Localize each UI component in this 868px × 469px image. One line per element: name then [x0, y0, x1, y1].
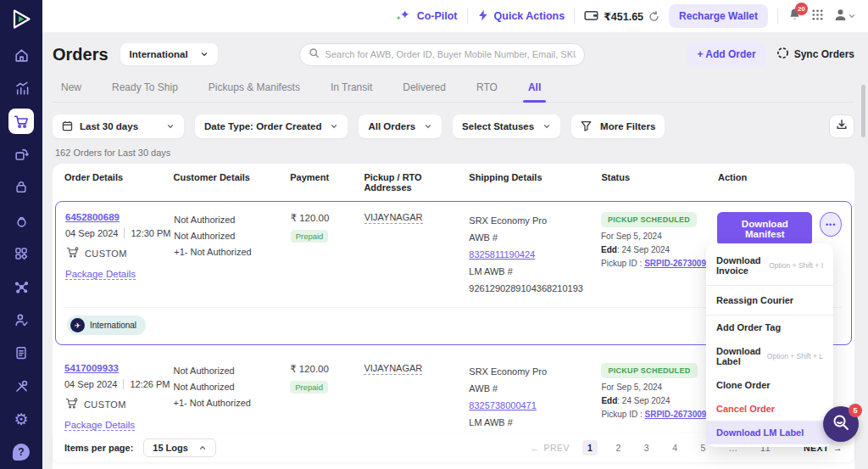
- order-tabs: New Ready To Ship Pickups & Manifests In…: [53, 78, 854, 103]
- divider: [467, 8, 468, 24]
- more-actions-button[interactable]: •••: [820, 212, 842, 237]
- channel-label: CUSTOM: [84, 399, 126, 410]
- cart-icon: [64, 397, 79, 411]
- status-cell: PICKUP SCHEDULED For Sep 5, 2024 Edd: 24…: [601, 212, 717, 297]
- date-type-dropdown[interactable]: Date Type: Order Created: [195, 114, 348, 138]
- package-details-link[interactable]: Package Details: [64, 420, 135, 431]
- add-order-button[interactable]: + Add Order: [687, 42, 765, 66]
- apps-launcher-button[interactable]: [811, 8, 824, 25]
- sidebar-item-customers[interactable]: [8, 307, 34, 332]
- search-input[interactable]: [326, 49, 576, 59]
- package-details-link[interactable]: Package Details: [65, 269, 136, 280]
- funnel-icon: [581, 120, 592, 133]
- scrollbar-thumb[interactable]: [861, 85, 865, 137]
- sync-icon: [776, 47, 789, 62]
- col-pickup-rto: Pickup / RTO Addresses: [364, 172, 469, 193]
- more-filters-button[interactable]: More Filters: [571, 114, 665, 138]
- sidebar-item-reports[interactable]: [8, 340, 34, 366]
- awb-link[interactable]: 8325811190424: [469, 249, 535, 260]
- menu-item-add-order-tag[interactable]: Add Order Tag: [706, 315, 833, 339]
- sidebar-nav: ⚙ ?: [8, 42, 34, 465]
- menu-item-shortcut: Option + Shift + I: [769, 261, 823, 270]
- status-for-date: For Sep 5, 2024: [601, 232, 717, 241]
- date-range-dropdown[interactable]: Last 30 days: [53, 114, 184, 138]
- status-filter-dropdown[interactable]: Select Statuses: [453, 114, 560, 138]
- sidebar-item-apps[interactable]: [8, 241, 34, 266]
- sidebar-item-weight[interactable]: [8, 208, 34, 233]
- lm-awb-label: LM AWB #: [469, 414, 601, 431]
- sidebar-item-tools[interactable]: [8, 373, 34, 399]
- payment-mode-badge: Prepaid: [291, 230, 329, 243]
- account-menu-button[interactable]: [833, 8, 856, 25]
- refresh-icon[interactable]: [648, 11, 659, 22]
- pickup-id-link[interactable]: SRPID-26730096: [645, 410, 711, 419]
- menu-item-download-label[interactable]: Download Label Option + Shift + L: [706, 339, 833, 373]
- chevron-down-icon: [542, 122, 551, 131]
- menu-item-cancel-order[interactable]: Cancel Order: [706, 397, 833, 421]
- pickup-id-label: Pickup ID :: [601, 259, 642, 268]
- order-type-dropdown[interactable]: All Orders: [359, 114, 442, 138]
- tab-new[interactable]: New: [59, 78, 83, 102]
- sparkles-icon: ✦ ✦: [398, 9, 412, 23]
- tab-in-transit[interactable]: In Transit: [329, 78, 374, 102]
- edd-label: Edd: [601, 396, 617, 405]
- cart-icon: [65, 246, 80, 260]
- tab-delivered[interactable]: Delivered: [401, 78, 448, 102]
- tab-rto[interactable]: RTO: [475, 78, 499, 102]
- support-chat-button[interactable]: 5: [823, 406, 859, 442]
- col-shipping-details: Shipping Details: [469, 172, 601, 193]
- sidebar: ⚙ ?: [0, 0, 42, 469]
- download-icon: [836, 119, 848, 134]
- tab-ready-to-ship[interactable]: Ready To Ship: [110, 78, 180, 102]
- status-badge: PICKUP SCHEDULED: [601, 363, 697, 378]
- menu-item-clone-order[interactable]: Clone Order: [706, 373, 833, 397]
- sidebar-item-home[interactable]: [8, 42, 34, 68]
- status-filter-value: Select Statuses: [462, 121, 534, 131]
- order-scope-value: International: [130, 49, 188, 59]
- copilot-button[interactable]: ✦ ✦ Co-Pilot: [398, 9, 458, 23]
- menu-item-reassign-courier[interactable]: Reassign Courier: [706, 286, 833, 315]
- recharge-wallet-button[interactable]: Recharge Wallet: [669, 4, 768, 28]
- page-header: Orders International + Add Order Sync Or…: [53, 42, 854, 66]
- chevron-down-icon: [200, 50, 209, 59]
- pickup-address-link[interactable]: VIJAYNAGAR: [364, 212, 423, 224]
- app-logo[interactable]: [8, 2, 34, 36]
- page-title: Orders: [53, 45, 108, 64]
- customer-phone: +1- Not Authorized: [174, 395, 291, 411]
- download-manifest-button[interactable]: Download Manifest: [717, 212, 812, 246]
- sidebar-item-orders[interactable]: [8, 109, 34, 134]
- sync-orders-button[interactable]: Sync Orders: [776, 47, 854, 62]
- customer-name: Not Authorized: [174, 363, 291, 379]
- export-download-button[interactable]: [829, 114, 854, 138]
- divider: [574, 8, 575, 24]
- tab-pickups-manifests[interactable]: Pickups & Manifests: [207, 78, 302, 102]
- order-id-link[interactable]: 5417009933: [64, 363, 119, 373]
- sidebar-item-help[interactable]: ?: [8, 439, 34, 465]
- divider: [124, 228, 125, 238]
- order-id-link[interactable]: 6452800689: [65, 212, 120, 222]
- page-number[interactable]: 4: [667, 440, 682, 455]
- order-scope-dropdown[interactable]: International: [120, 43, 218, 65]
- tab-all[interactable]: All: [526, 78, 542, 102]
- prev-page-button[interactable]: ← PREV: [531, 443, 570, 453]
- menu-item-download-lm-label[interactable]: Download LM Label: [706, 421, 833, 444]
- menu-item-download-invoice[interactable]: Download Invoice Option + Shift + I: [706, 246, 833, 286]
- quick-actions-button[interactable]: Quick Actions: [477, 9, 565, 24]
- page-number[interactable]: 2: [610, 440, 626, 455]
- chevron-down-icon: [848, 12, 856, 20]
- sidebar-item-returns[interactable]: [8, 142, 34, 167]
- awb-link[interactable]: 8325738000471: [469, 400, 537, 410]
- shipping-details-cell: SRX Economy Pro AWB # 8325811190424 LM A…: [469, 212, 601, 297]
- international-badge: ✈ International: [67, 315, 146, 335]
- sidebar-item-pouch[interactable]: [8, 175, 34, 200]
- app-root: ⚙ ? ✦ ✦ Co-Pilot Quick Actions: [0, 0, 868, 469]
- notifications-button[interactable]: 20: [787, 8, 802, 25]
- items-per-page-select[interactable]: 15 Logs: [143, 438, 216, 457]
- page-number[interactable]: 3: [639, 440, 654, 455]
- sidebar-item-integrations[interactable]: [8, 274, 34, 299]
- sidebar-item-settings[interactable]: ⚙: [8, 406, 34, 432]
- page-number[interactable]: 1: [582, 440, 598, 455]
- pickup-address-link[interactable]: VIJAYNAGAR: [364, 363, 422, 375]
- pickup-id-link[interactable]: SRPID-26730096: [644, 259, 710, 268]
- sidebar-item-analytics[interactable]: [8, 75, 34, 101]
